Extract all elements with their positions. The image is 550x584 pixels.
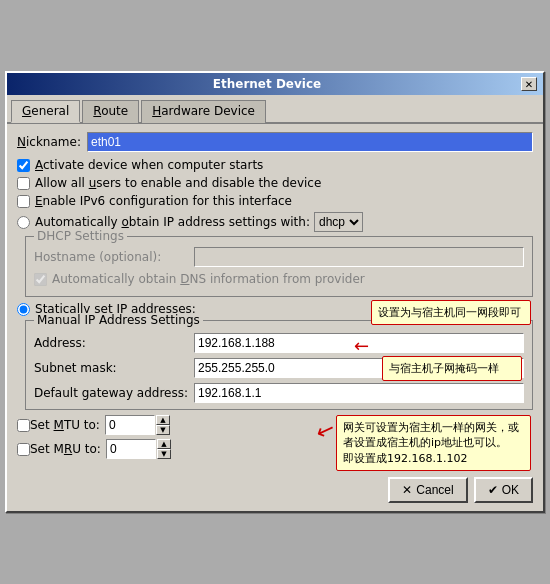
callout-3: 网关可设置为宿主机一样的网关，或者设置成宿主机的ip地址也可以。即设置成192.… bbox=[336, 415, 531, 471]
callout-1: 设置为与宿主机同一网段即可 bbox=[371, 300, 531, 325]
gateway-row: Default gateway address: bbox=[34, 383, 524, 403]
tab-hardware-device[interactable]: Hardware Device bbox=[141, 100, 266, 123]
nickname-label: Nickname: bbox=[17, 135, 81, 149]
callout-2: 与宿主机子网掩码一样 bbox=[382, 356, 522, 381]
mru-label: Set MRU to: bbox=[30, 442, 101, 456]
ok-button[interactable]: ✔ OK bbox=[474, 477, 533, 503]
mtu-checkbox[interactable] bbox=[17, 419, 30, 432]
tab-bar: General Route Hardware Device bbox=[7, 95, 543, 124]
auto-ip-label: Automatically obtain IP address settings… bbox=[35, 215, 310, 229]
hostname-row: Hostname (optional): bbox=[34, 247, 524, 267]
address-label: Address: bbox=[34, 336, 194, 350]
mru-spin-down[interactable]: ▼ bbox=[157, 449, 171, 459]
mtu-spin-up[interactable]: ▲ bbox=[156, 415, 170, 425]
hostname-label: Hostname (optional): bbox=[34, 250, 194, 264]
mru-checkbox[interactable] bbox=[17, 443, 30, 456]
cancel-label: Cancel bbox=[416, 483, 453, 497]
static-ip-section: Statically set IP addresses: 设置为与宿主机同一网段… bbox=[17, 302, 533, 410]
mru-spinner[interactable]: ▲ ▼ bbox=[157, 439, 171, 459]
mtu-input[interactable] bbox=[105, 415, 155, 435]
mtu-spin-down[interactable]: ▼ bbox=[156, 425, 170, 435]
gateway-label: Default gateway address: bbox=[34, 386, 194, 400]
nickname-row: Nickname: bbox=[17, 132, 533, 152]
mtu-label: Set MTU to: bbox=[30, 418, 100, 432]
nickname-input[interactable] bbox=[87, 132, 533, 152]
static-ip-radio[interactable] bbox=[17, 303, 30, 316]
mtu-mru-section: Set MTU to: ▲ ▼ Set MRU to: ▲ ▼ ↗ bbox=[17, 415, 533, 459]
tab-content: Nickname: Activate device when computer … bbox=[7, 124, 543, 471]
ok-label: OK bbox=[502, 483, 519, 497]
manual-ip-title: Manual IP Address Settings bbox=[34, 313, 203, 327]
arrow-1: ← bbox=[354, 335, 369, 356]
ethernet-device-window: Ethernet Device ✕ General Route Hardware… bbox=[5, 71, 545, 513]
ipv6-checkbox-row: Enable IPv6 configuration for this inter… bbox=[17, 194, 533, 208]
tab-route[interactable]: Route bbox=[82, 100, 139, 123]
tab-general[interactable]: General bbox=[11, 100, 80, 123]
gateway-input[interactable] bbox=[194, 383, 524, 403]
allow-users-checkbox[interactable] bbox=[17, 177, 30, 190]
cancel-button[interactable]: ✕ Cancel bbox=[388, 477, 467, 503]
allow-users-checkbox-row: Allow all users to enable and disable th… bbox=[17, 176, 533, 190]
dns-checkbox-row: Automatically obtain DNS information fro… bbox=[34, 272, 524, 286]
dhcp-group-title: DHCP Settings bbox=[34, 229, 127, 243]
button-bar: ✕ Cancel ✔ OK bbox=[7, 471, 543, 511]
manual-ip-group: Manual IP Address Settings Address: ← Su… bbox=[25, 320, 533, 410]
callout-3-container: ↗ 网关可设置为宿主机一样的网关，或者设置成宿主机的ip地址也可以。即设置成19… bbox=[316, 415, 531, 471]
dns-label: Automatically obtain DNS information fro… bbox=[52, 272, 365, 286]
allow-users-label: Allow all users to enable and disable th… bbox=[35, 176, 321, 190]
close-button[interactable]: ✕ bbox=[521, 77, 537, 91]
activate-checkbox[interactable] bbox=[17, 159, 30, 172]
hostname-input[interactable] bbox=[194, 247, 524, 267]
window-title: Ethernet Device bbox=[13, 77, 521, 91]
ok-icon: ✔ bbox=[488, 483, 498, 497]
activate-label: Activate device when computer starts bbox=[35, 158, 263, 172]
address-row: Address: ← bbox=[34, 333, 524, 353]
arrow-3: ↗ bbox=[312, 417, 338, 447]
activate-checkbox-row: Activate device when computer starts bbox=[17, 158, 533, 172]
subnet-label: Subnet mask: bbox=[34, 361, 194, 375]
titlebar: Ethernet Device ✕ bbox=[7, 73, 543, 95]
auto-ip-radio[interactable] bbox=[17, 216, 30, 229]
mru-input[interactable] bbox=[106, 439, 156, 459]
cancel-icon: ✕ bbox=[402, 483, 412, 497]
mru-spin-up[interactable]: ▲ bbox=[157, 439, 171, 449]
dns-checkbox[interactable] bbox=[34, 273, 47, 286]
ipv6-label: Enable IPv6 configuration for this inter… bbox=[35, 194, 292, 208]
dhcp-content: Hostname (optional): Automatically obtai… bbox=[34, 243, 524, 286]
dhcp-select[interactable]: dhcp bbox=[314, 212, 363, 232]
ipv6-checkbox[interactable] bbox=[17, 195, 30, 208]
mtu-spinner[interactable]: ▲ ▼ bbox=[156, 415, 170, 435]
dhcp-group: DHCP Settings Hostname (optional): Autom… bbox=[25, 236, 533, 297]
subnet-row: Subnet mask: 与宿主机子网掩码一样 bbox=[34, 358, 524, 378]
